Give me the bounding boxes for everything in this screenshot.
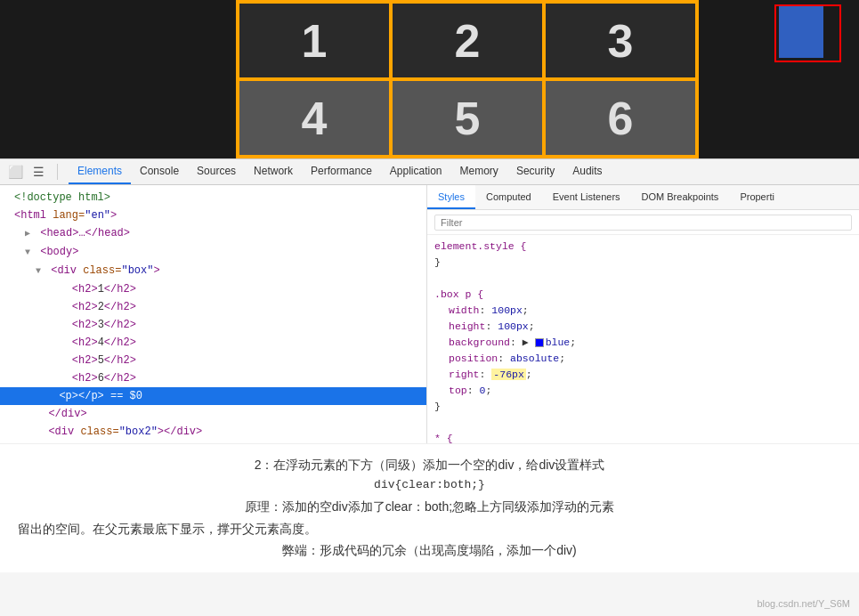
filter-input[interactable] [434,215,852,231]
styles-content: element.style { } .box p { width: 100px;… [427,235,859,443]
rule-box-p-close: } [434,399,852,415]
tab-event-listeners[interactable]: Event Listeners [542,185,631,209]
grid-cell-2: 2 [391,2,544,79]
rule-element-style: element.style { } [434,239,852,271]
dom-line-p-selected[interactable]: <p></p> == $0 [0,387,426,405]
dom-line-h2-4[interactable]: <h2>4</h2> [0,334,426,352]
text-line-4: 留出的空间。在父元素最底下显示，撑开父元素高度。 [18,519,841,539]
tab-audits[interactable]: Audits [563,159,611,184]
prop-height: height: 100px; [434,319,852,335]
tab-network[interactable]: Network [245,159,302,184]
rule-selector: element.style { [434,239,852,255]
rule-selector-universal: * { [434,431,852,443]
tab-styles[interactable]: Styles [427,185,475,209]
dom-line-h2-5[interactable]: <h2>5</h2> [0,352,426,369]
watermark: blog.csdn.net/Y_S6M [757,598,850,609]
rule-universal: * { margin: ▶ 0; padding: ▶ 0; } [434,431,852,443]
tab-performance[interactable]: Performance [302,159,381,184]
tab-properties[interactable]: Properti [729,185,785,209]
toolbar-icons: ⬜ ☰ [7,164,58,180]
tab-elements[interactable]: Elements [69,159,131,184]
text-area: 2：在浮动元素的下方（同级）添加一个空的div，给div设置样式 div{cle… [0,443,859,572]
tab-application[interactable]: Application [381,159,451,184]
text-line-2: div{clear:both;} [18,476,841,495]
rule-selector-box-p: .box p { [434,287,852,303]
dom-line-head[interactable]: ▶ <head>…</head> [0,224,426,243]
grid-cell-6: 6 [544,79,697,157]
dom-line-h2-2[interactable]: <h2>2</h2> [0,298,426,316]
grid-cell-3: 3 [544,2,697,79]
devtools-main: <!doctype html> <html lang="en"> ▶ <head… [0,185,859,443]
dom-line-div-box[interactable]: ▼ <div class="box"> [0,262,426,280]
dom-line-h2-1[interactable]: <h2>1</h2> [0,280,426,298]
red-outline-box [774,4,841,62]
dom-line-div-close[interactable]: </div> [0,405,426,423]
tab-sources[interactable]: Sources [188,159,245,184]
dom-line-h2-6[interactable]: <h2>6</h2> [0,369,426,387]
grid-cell-4: 4 [238,79,391,157]
text-line-5: 弊端：形成代码的冗余（出现高度塌陷，添加一个div) [18,540,841,560]
tab-console[interactable]: Console [131,159,188,184]
rule-box-p: .box p { width: 100px; height: 100px; ba… [434,287,852,415]
box-icon[interactable]: ☰ [30,164,46,180]
cursor-icon[interactable]: ⬜ [7,164,23,180]
devtools-toolbar: ⬜ ☰ Elements Console Sources Network Per… [0,158,859,185]
prop-width: width: 100px; [434,303,852,319]
preview-area: 1 2 3 4 5 6 [0,0,859,158]
prop-position: position: absolute; [434,351,852,367]
tab-computed[interactable]: Computed [475,185,542,209]
tab-dom-breakpoints[interactable]: DOM Breakpoints [631,185,730,209]
color-swatch-blue [535,338,544,347]
grid-cell-5: 5 [391,79,544,157]
dom-line-h2-3[interactable]: <h2>3</h2> [0,316,426,334]
devtools-tabs: Elements Console Sources Network Perform… [69,159,612,184]
rule-close: } [434,255,852,271]
dom-line-comment: <!-- [0,441,426,443]
tab-memory[interactable]: Memory [451,159,507,184]
dom-line-html[interactable]: <html lang="en"> [0,207,426,224]
dom-panel[interactable]: <!doctype html> <html lang="en"> ▶ <head… [0,185,427,443]
dom-line-div-box2[interactable]: <div class="box2"></div> [0,423,426,441]
prop-background: background: ▶ blue; [434,335,852,351]
dom-line-doctype: <!doctype html> [0,189,426,207]
css-grid-demo: 1 2 3 4 5 6 [236,0,699,158]
tab-security[interactable]: Security [507,159,563,184]
styles-tabs: Styles Computed Event Listeners DOM Brea… [427,185,859,210]
prop-right: right: -76px; [434,367,852,383]
grid-cell-1: 1 [238,2,391,79]
dom-line-body[interactable]: ▼ <body> [0,243,426,262]
styles-filter [427,210,859,235]
styles-panel: Styles Computed Event Listeners DOM Brea… [427,185,859,443]
prop-top: top: 0; [434,383,852,399]
text-line-3: 原理：添加的空div添加了clear：both;忽略上方同级添加浮动的元素 [18,497,841,516]
text-line-1: 2：在浮动元素的下方（同级）添加一个空的div，给div设置样式 [18,455,841,474]
